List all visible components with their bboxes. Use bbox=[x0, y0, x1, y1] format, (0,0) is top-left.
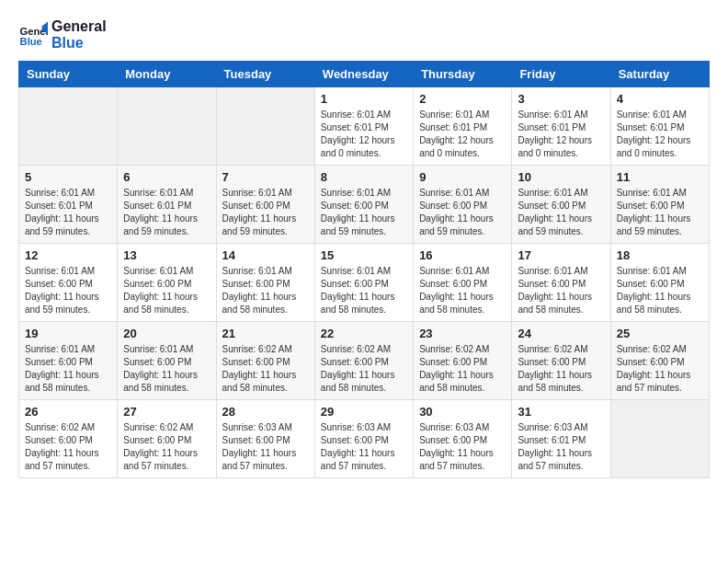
day-info: Sunrise: 6:01 AM Sunset: 6:01 PM Dayligh… bbox=[123, 187, 210, 238]
day-info: Sunrise: 6:02 AM Sunset: 6:00 PM Dayligh… bbox=[617, 343, 703, 395]
logo: General Blue General Blue bbox=[18, 18, 107, 52]
calendar-cell bbox=[216, 87, 314, 166]
weekday-header-tuesday: Tuesday bbox=[216, 62, 314, 87]
calendar-cell: 24Sunrise: 6:02 AM Sunset: 6:00 PM Dayli… bbox=[512, 322, 610, 400]
day-number: 2 bbox=[419, 92, 506, 106]
day-info: Sunrise: 6:01 AM Sunset: 6:00 PM Dayligh… bbox=[123, 265, 210, 316]
calendar-week-row: 5Sunrise: 6:01 AM Sunset: 6:01 PM Daylig… bbox=[19, 166, 710, 244]
day-number: 30 bbox=[419, 405, 506, 419]
day-number: 24 bbox=[518, 327, 604, 340]
day-number: 26 bbox=[25, 405, 111, 419]
calendar-cell: 25Sunrise: 6:02 AM Sunset: 6:00 PM Dayli… bbox=[610, 322, 709, 400]
calendar-cell: 5Sunrise: 6:01 AM Sunset: 6:01 PM Daylig… bbox=[19, 166, 118, 244]
day-number: 1 bbox=[321, 92, 407, 106]
day-number: 3 bbox=[518, 92, 604, 106]
calendar-cell: 13Sunrise: 6:01 AM Sunset: 6:00 PM Dayli… bbox=[118, 244, 216, 322]
day-info: Sunrise: 6:01 AM Sunset: 6:00 PM Dayligh… bbox=[617, 265, 703, 316]
calendar-cell: 30Sunrise: 6:03 AM Sunset: 6:00 PM Dayli… bbox=[414, 400, 512, 478]
day-info: Sunrise: 6:01 AM Sunset: 6:00 PM Dayligh… bbox=[222, 265, 309, 316]
calendar-cell bbox=[19, 87, 118, 166]
day-number: 7 bbox=[222, 170, 309, 184]
day-number: 13 bbox=[123, 248, 210, 262]
calendar-cell bbox=[610, 400, 709, 478]
calendar-cell: 18Sunrise: 6:01 AM Sunset: 6:00 PM Dayli… bbox=[610, 244, 709, 322]
day-number: 14 bbox=[222, 248, 309, 262]
day-number: 6 bbox=[123, 170, 210, 184]
calendar-cell: 16Sunrise: 6:01 AM Sunset: 6:00 PM Dayli… bbox=[414, 244, 512, 322]
calendar-week-row: 12Sunrise: 6:01 AM Sunset: 6:00 PM Dayli… bbox=[19, 244, 710, 322]
calendar-week-row: 19Sunrise: 6:01 AM Sunset: 6:00 PM Dayli… bbox=[19, 322, 710, 400]
svg-text:Blue: Blue bbox=[20, 36, 42, 47]
day-number: 22 bbox=[321, 327, 407, 340]
day-number: 20 bbox=[123, 327, 210, 340]
weekday-header-wednesday: Wednesday bbox=[314, 62, 413, 87]
calendar-cell: 21Sunrise: 6:02 AM Sunset: 6:00 PM Dayli… bbox=[216, 322, 314, 400]
day-number: 8 bbox=[321, 170, 407, 184]
day-info: Sunrise: 6:03 AM Sunset: 6:00 PM Dayligh… bbox=[321, 421, 407, 473]
day-number: 29 bbox=[321, 405, 407, 419]
calendar-cell: 3Sunrise: 6:01 AM Sunset: 6:01 PM Daylig… bbox=[512, 87, 610, 166]
day-info: Sunrise: 6:01 AM Sunset: 6:00 PM Dayligh… bbox=[25, 343, 111, 395]
calendar-cell: 2Sunrise: 6:01 AM Sunset: 6:01 PM Daylig… bbox=[414, 87, 512, 166]
day-number: 19 bbox=[25, 327, 111, 340]
day-info: Sunrise: 6:01 AM Sunset: 6:00 PM Dayligh… bbox=[419, 187, 506, 238]
calendar-cell: 23Sunrise: 6:02 AM Sunset: 6:00 PM Dayli… bbox=[414, 322, 512, 400]
day-number: 4 bbox=[617, 92, 703, 106]
calendar-cell: 29Sunrise: 6:03 AM Sunset: 6:00 PM Dayli… bbox=[314, 400, 413, 478]
day-info: Sunrise: 6:01 AM Sunset: 6:01 PM Dayligh… bbox=[419, 109, 506, 160]
day-number: 18 bbox=[617, 248, 703, 262]
day-info: Sunrise: 6:02 AM Sunset: 6:00 PM Dayligh… bbox=[321, 343, 407, 395]
calendar-cell: 12Sunrise: 6:01 AM Sunset: 6:00 PM Dayli… bbox=[19, 244, 118, 322]
weekday-header-sunday: Sunday bbox=[19, 62, 118, 87]
day-info: Sunrise: 6:02 AM Sunset: 6:00 PM Dayligh… bbox=[518, 343, 604, 395]
day-number: 17 bbox=[518, 248, 604, 262]
day-info: Sunrise: 6:02 AM Sunset: 6:00 PM Dayligh… bbox=[419, 343, 506, 395]
day-info: Sunrise: 6:01 AM Sunset: 6:00 PM Dayligh… bbox=[518, 265, 604, 316]
calendar-cell: 10Sunrise: 6:01 AM Sunset: 6:00 PM Dayli… bbox=[512, 166, 610, 244]
page-header: General Blue General Blue bbox=[18, 18, 710, 52]
calendar-week-row: 1Sunrise: 6:01 AM Sunset: 6:01 PM Daylig… bbox=[19, 87, 710, 166]
calendar-cell: 9Sunrise: 6:01 AM Sunset: 6:00 PM Daylig… bbox=[414, 166, 512, 244]
day-info: Sunrise: 6:01 AM Sunset: 6:00 PM Dayligh… bbox=[419, 265, 506, 316]
day-number: 16 bbox=[419, 248, 506, 262]
day-info: Sunrise: 6:01 AM Sunset: 6:00 PM Dayligh… bbox=[123, 343, 210, 395]
day-info: Sunrise: 6:01 AM Sunset: 6:00 PM Dayligh… bbox=[321, 187, 407, 238]
logo-text-general: General bbox=[51, 18, 107, 35]
calendar-cell: 11Sunrise: 6:01 AM Sunset: 6:00 PM Dayli… bbox=[610, 166, 709, 244]
weekday-header-row: SundayMondayTuesdayWednesdayThursdayFrid… bbox=[19, 62, 710, 87]
calendar-cell: 19Sunrise: 6:01 AM Sunset: 6:00 PM Dayli… bbox=[19, 322, 118, 400]
day-number: 12 bbox=[25, 248, 111, 262]
day-info: Sunrise: 6:01 AM Sunset: 6:00 PM Dayligh… bbox=[222, 187, 309, 238]
day-number: 10 bbox=[518, 170, 604, 184]
day-info: Sunrise: 6:01 AM Sunset: 6:01 PM Dayligh… bbox=[518, 109, 604, 160]
weekday-header-saturday: Saturday bbox=[610, 62, 709, 87]
day-number: 9 bbox=[419, 170, 506, 184]
calendar-cell: 1Sunrise: 6:01 AM Sunset: 6:01 PM Daylig… bbox=[314, 87, 413, 166]
calendar-cell: 7Sunrise: 6:01 AM Sunset: 6:00 PM Daylig… bbox=[216, 166, 314, 244]
day-info: Sunrise: 6:03 AM Sunset: 6:01 PM Dayligh… bbox=[518, 421, 604, 473]
calendar-cell: 20Sunrise: 6:01 AM Sunset: 6:00 PM Dayli… bbox=[118, 322, 216, 400]
day-info: Sunrise: 6:01 AM Sunset: 6:00 PM Dayligh… bbox=[25, 265, 111, 316]
day-info: Sunrise: 6:01 AM Sunset: 6:01 PM Dayligh… bbox=[617, 109, 703, 160]
day-info: Sunrise: 6:03 AM Sunset: 6:00 PM Dayligh… bbox=[419, 421, 506, 473]
day-info: Sunrise: 6:01 AM Sunset: 6:01 PM Dayligh… bbox=[25, 187, 111, 238]
calendar-cell: 14Sunrise: 6:01 AM Sunset: 6:00 PM Dayli… bbox=[216, 244, 314, 322]
day-info: Sunrise: 6:02 AM Sunset: 6:00 PM Dayligh… bbox=[25, 421, 111, 473]
day-number: 5 bbox=[25, 170, 111, 184]
day-number: 27 bbox=[123, 405, 210, 419]
calendar-cell: 8Sunrise: 6:01 AM Sunset: 6:00 PM Daylig… bbox=[314, 166, 413, 244]
calendar-cell: 28Sunrise: 6:03 AM Sunset: 6:00 PM Dayli… bbox=[216, 400, 314, 478]
day-number: 11 bbox=[617, 170, 703, 184]
weekday-header-thursday: Thursday bbox=[414, 62, 512, 87]
day-info: Sunrise: 6:02 AM Sunset: 6:00 PM Dayligh… bbox=[222, 343, 309, 395]
day-info: Sunrise: 6:01 AM Sunset: 6:00 PM Dayligh… bbox=[617, 187, 703, 238]
calendar-week-row: 26Sunrise: 6:02 AM Sunset: 6:00 PM Dayli… bbox=[19, 400, 710, 478]
day-info: Sunrise: 6:01 AM Sunset: 6:01 PM Dayligh… bbox=[321, 109, 407, 160]
weekday-header-monday: Monday bbox=[118, 62, 216, 87]
day-number: 25 bbox=[617, 327, 703, 340]
day-info: Sunrise: 6:01 AM Sunset: 6:00 PM Dayligh… bbox=[518, 187, 604, 238]
day-number: 28 bbox=[222, 405, 309, 419]
calendar-cell: 6Sunrise: 6:01 AM Sunset: 6:01 PM Daylig… bbox=[118, 166, 216, 244]
day-info: Sunrise: 6:01 AM Sunset: 6:00 PM Dayligh… bbox=[321, 265, 407, 316]
calendar-cell: 17Sunrise: 6:01 AM Sunset: 6:00 PM Dayli… bbox=[512, 244, 610, 322]
